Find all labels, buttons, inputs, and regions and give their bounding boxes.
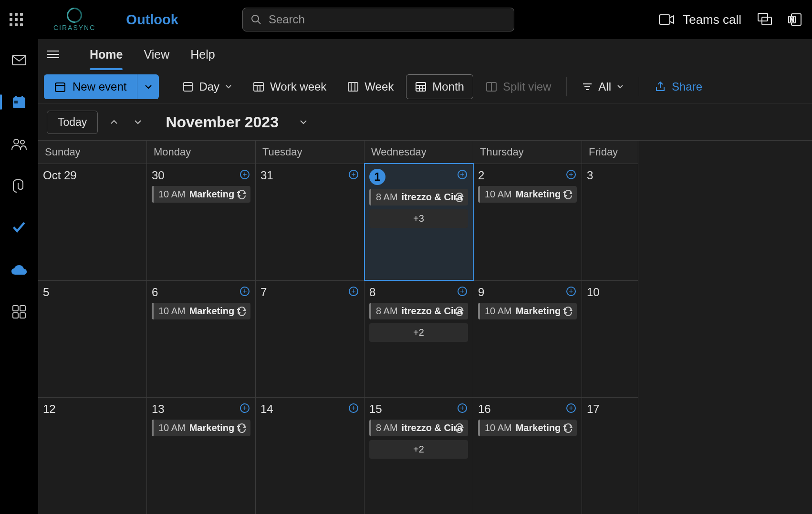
day-of-week-header: Friday <box>582 141 638 164</box>
rail-people[interactable] <box>10 134 29 154</box>
calendar-day-cell[interactable]: 5 <box>38 280 147 397</box>
calendar-day-cell[interactable]: 30+10 AMMarketing t <box>147 164 256 280</box>
view-month-label: Month <box>432 80 464 93</box>
rail-todo[interactable] <box>10 218 29 237</box>
calendar-day-cell[interactable]: 8+8 AMitrezzo & Cira+2 <box>364 280 473 397</box>
calendar-event[interactable]: 10 AMMarketing t <box>152 420 250 436</box>
calendar-day-cell[interactable]: 13+10 AMMarketing t <box>147 397 256 514</box>
tab-home[interactable]: Home <box>90 45 123 64</box>
more-events-button[interactable]: +2 <box>369 440 468 459</box>
add-event-icon[interactable]: + <box>458 170 467 179</box>
date-navigation: Today November 2023 <box>38 104 812 140</box>
split-view-button[interactable]: Split view <box>477 74 560 99</box>
calendar-day-cell[interactable]: 12 <box>38 397 147 514</box>
search-box[interactable] <box>242 8 514 31</box>
rail-apps[interactable] <box>10 302 29 321</box>
calendar-event[interactable]: 10 AMMarketing t <box>478 420 577 436</box>
add-event-icon[interactable]: + <box>458 403 467 413</box>
calendar-day-cell[interactable]: 3 <box>582 164 638 280</box>
svg-rect-2 <box>659 15 670 24</box>
svg-point-13 <box>14 139 19 144</box>
rail-files[interactable] <box>10 176 29 195</box>
today-button[interactable]: Today <box>47 111 98 134</box>
calendar-box-icon <box>54 81 66 93</box>
chat-icon[interactable] <box>758 13 772 26</box>
view-day-button[interactable]: Day <box>174 74 240 99</box>
calendar-event[interactable]: 8 AMitrezzo & Cira <box>369 420 468 436</box>
add-event-icon[interactable]: + <box>458 287 467 296</box>
rail-mail[interactable] <box>10 51 29 70</box>
calendar-day-cell[interactable]: 6+10 AMMarketing t <box>147 280 256 397</box>
search-icon <box>250 14 262 25</box>
calendar-day-cell[interactable]: 17 <box>582 397 638 514</box>
calendar-event[interactable]: 8 AMitrezzo & Cira <box>369 303 468 319</box>
svg-point-14 <box>21 140 24 144</box>
app-launcher-icon[interactable] <box>10 13 23 26</box>
svg-line-1 <box>258 21 260 24</box>
calendar-event[interactable]: 10 AMMarketing t <box>152 186 250 203</box>
calendar-event[interactable]: 10 AMMarketing t <box>478 303 577 319</box>
filter-icon <box>582 82 593 91</box>
share-button[interactable]: Share <box>646 74 711 99</box>
day-number: 7 <box>260 286 359 299</box>
calendar-day-cell[interactable]: 1+8 AMitrezzo & Cira+3 <box>364 164 473 280</box>
chevron-down-icon <box>225 84 232 89</box>
add-event-icon[interactable]: + <box>240 403 250 413</box>
calendar-day-cell[interactable]: 7+ <box>256 280 364 397</box>
chevron-down-icon <box>617 84 624 89</box>
calendar-day-cell[interactable]: 16+10 AMMarketing t <box>473 397 582 514</box>
add-event-icon[interactable]: + <box>349 403 358 413</box>
add-event-icon[interactable]: + <box>240 170 250 179</box>
add-event-icon[interactable]: + <box>349 170 358 179</box>
add-event-icon[interactable]: + <box>240 287 250 296</box>
recurring-icon <box>455 193 464 202</box>
event-time: 10 AM <box>485 189 512 200</box>
more-events-button[interactable]: +2 <box>369 323 468 342</box>
add-event-icon[interactable]: + <box>566 170 576 179</box>
view-month-button[interactable]: Month <box>406 74 473 99</box>
search-input[interactable] <box>269 13 506 26</box>
recurring-icon <box>455 423 464 433</box>
rail-calendar[interactable] <box>10 93 29 112</box>
prev-month-button[interactable] <box>106 120 122 124</box>
calendar-week-row: 1213+10 AMMarketing t14+15+8 AMitrezzo &… <box>38 397 812 514</box>
add-event-icon[interactable]: + <box>349 287 358 296</box>
calendar-day-cell[interactable]: Oct 29 <box>38 164 147 280</box>
calendar-event[interactable]: 10 AMMarketing t <box>478 186 577 203</box>
calendar-day-cell[interactable]: 31+ <box>256 164 364 280</box>
calendar-day-cell[interactable]: 14+ <box>256 397 364 514</box>
next-month-button[interactable] <box>130 120 146 124</box>
event-time: 10 AM <box>158 306 186 317</box>
view-workweek-button[interactable]: Work week <box>244 74 335 99</box>
teams-call-button[interactable]: Teams call <box>659 12 741 27</box>
calendar-event[interactable]: 8 AMitrezzo & Cira <box>369 189 468 206</box>
more-events-button[interactable]: +3 <box>369 209 468 228</box>
header-right: Teams call N <box>659 12 802 27</box>
filter-button[interactable]: All <box>573 74 632 99</box>
onenote-icon[interactable]: N <box>788 13 802 26</box>
calendar-week-row: Oct 2930+10 AMMarketing t31+1+8 AMitrezz… <box>38 164 812 280</box>
month-icon <box>415 82 427 92</box>
day-number: 13 <box>152 402 250 416</box>
tab-help[interactable]: Help <box>190 45 215 64</box>
tab-view[interactable]: View <box>144 45 169 64</box>
calendar-event[interactable]: 10 AMMarketing t <box>152 303 250 319</box>
recurring-icon <box>455 307 464 316</box>
rail-onedrive[interactable] <box>10 260 29 279</box>
view-week-button[interactable]: Week <box>339 74 402 99</box>
new-event-dropdown[interactable] <box>137 74 159 99</box>
calendar-day-cell[interactable]: 15+8 AMitrezzo & Cira+2 <box>364 397 473 514</box>
day-of-week-header: Wednesday <box>364 141 473 164</box>
day-of-week-header: Tuesday <box>256 141 364 164</box>
add-event-icon[interactable]: + <box>566 287 576 296</box>
day-number: 30 <box>152 169 250 182</box>
add-event-icon[interactable]: + <box>566 403 576 413</box>
calendar-day-cell[interactable]: 10 <box>582 280 638 397</box>
calendar-day-cell[interactable]: 9+10 AMMarketing t <box>473 280 582 397</box>
hamburger-icon[interactable] <box>47 51 59 58</box>
day-number: 3 <box>587 169 633 182</box>
month-picker-button[interactable] <box>296 120 311 124</box>
week-icon <box>347 82 359 92</box>
new-event-button[interactable]: New event <box>44 74 137 99</box>
calendar-day-cell[interactable]: 2+10 AMMarketing t <box>473 164 582 280</box>
